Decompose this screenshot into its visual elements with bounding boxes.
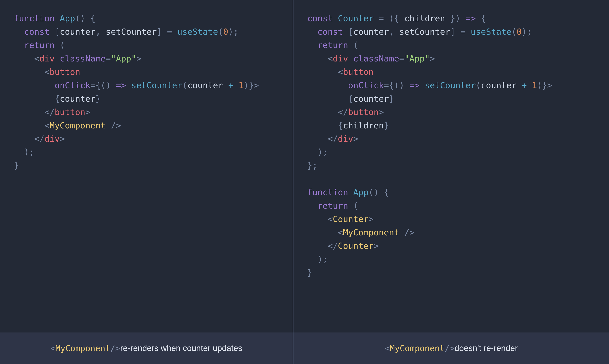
code-token (55, 53, 60, 64)
code-token: > (547, 80, 553, 90)
code-token: children (404, 13, 445, 23)
code-token: } (389, 94, 394, 104)
code-token: MyComponent (50, 120, 106, 130)
caption-token: MyComponent (390, 343, 444, 353)
code-token (348, 53, 353, 64)
code-line: onClick={() => setCounter(counter + 1)}> (14, 79, 279, 92)
code-token: > (254, 80, 259, 90)
code-token: </ (44, 107, 55, 117)
code-token (348, 201, 353, 210)
code-block-left: function App() { const [counter, setCoun… (0, 0, 293, 333)
code-token: ( (182, 80, 187, 90)
code-line: const Counter = ({ children }) => { (307, 12, 595, 25)
code-token: /> (404, 228, 415, 237)
code-line: return ( (307, 199, 595, 212)
code-token: "App" (404, 53, 430, 64)
code-token: </ (34, 134, 45, 143)
code-line: </div> (307, 132, 595, 145)
code-token (374, 13, 379, 23)
code-block-right: const Counter = ({ children }) => { cons… (293, 0, 609, 333)
code-token: () { (75, 13, 96, 23)
code-line: </Counter> (307, 239, 595, 253)
code-token: button (348, 107, 379, 117)
code-token: + (228, 80, 233, 90)
code-token: counter (187, 80, 228, 90)
code-token: ); (318, 254, 328, 264)
code-token: , (96, 27, 106, 37)
code-token: setCounter (106, 27, 157, 37)
code-token: ] = (157, 27, 177, 37)
code-line: } (14, 159, 279, 172)
code-token: ={() (384, 80, 409, 90)
code-token: Counter (333, 214, 368, 224)
code-token: className (60, 53, 106, 64)
code-line: const [counter, setCounter] = useState(0… (307, 25, 595, 39)
code-token: => (466, 13, 476, 23)
caption-token: MyComponent (55, 343, 110, 353)
code-token: div (44, 134, 60, 143)
code-token: App (60, 13, 75, 23)
code-line: return ( (307, 39, 595, 52)
code-token: < (338, 67, 343, 77)
code-line: <MyComponent /> (307, 226, 595, 239)
code-token: onClick (55, 80, 90, 90)
code-token: counter (60, 27, 96, 37)
code-token: < (328, 53, 333, 64)
caption-token: /> (445, 343, 455, 353)
code-token: }; (307, 160, 318, 170)
code-token: onClick (348, 80, 384, 90)
code-token: = (399, 53, 404, 64)
code-token: [ (348, 27, 353, 37)
code-token (527, 80, 532, 90)
code-token (106, 120, 111, 130)
code-token: button (343, 67, 374, 77)
code-token: ( (353, 40, 358, 50)
code-token: < (328, 214, 333, 224)
code-token: ( (353, 201, 358, 210)
code-token: setCounter (425, 80, 476, 90)
code-token (399, 228, 404, 237)
code-token: 0 (516, 27, 522, 37)
code-token (348, 187, 353, 197)
code-line: <div className="App"> (307, 52, 595, 65)
code-line: {children} (307, 119, 595, 132)
code-token (55, 40, 60, 50)
code-token: { (476, 13, 486, 23)
code-line: const [counter, setCounter] = useState(0… (14, 25, 279, 39)
code-token: className (353, 53, 399, 64)
caption-token: /> (110, 343, 120, 353)
code-token: ( (512, 27, 517, 37)
code-token: < (338, 228, 343, 237)
code-token: div (39, 53, 55, 64)
comparison-container: function App() { const [counter, setCoun… (0, 0, 609, 364)
code-token: div (338, 134, 353, 143)
left-panel: function App() { const [counter, setCoun… (0, 0, 293, 364)
code-line: <button (307, 65, 595, 79)
code-token (420, 80, 425, 90)
code-line: {counter} (14, 92, 279, 105)
code-token: 0 (223, 27, 228, 37)
code-token: const (318, 27, 343, 37)
code-token: () { (369, 187, 389, 197)
code-token: + (522, 80, 527, 90)
code-token: const (24, 27, 50, 37)
code-token: }) (445, 13, 466, 23)
code-token: } (307, 268, 312, 277)
code-token: return (318, 201, 348, 210)
code-token: ={() (90, 80, 116, 90)
code-line: </button> (14, 105, 279, 119)
caption-right: <MyComponent /> doesn’t re-render (293, 333, 609, 364)
code-token (50, 27, 55, 37)
code-token: </ (328, 134, 338, 143)
caption-left: <MyComponent /> re-renders when counter … (0, 333, 293, 364)
code-line: } (307, 266, 595, 280)
code-line: function App() { (307, 186, 595, 199)
code-line: onClick={() => setCounter(counter + 1)}> (307, 79, 595, 92)
code-token: )} (244, 80, 254, 90)
code-token: ] = (450, 27, 471, 37)
code-line: return ( (14, 39, 279, 52)
code-token (343, 27, 348, 37)
code-line: <Counter> (307, 212, 595, 226)
code-token (233, 80, 238, 90)
code-token: , (389, 27, 399, 37)
